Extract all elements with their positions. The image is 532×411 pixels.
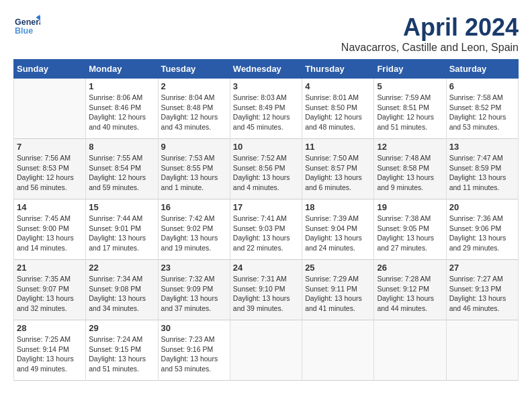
calendar-cell: 9Sunrise: 7:53 AMSunset: 8:55 PMDaylight… [158,139,230,199]
day-number: 7 [17,142,83,152]
day-number: 10 [233,142,299,152]
cell-content: Sunrise: 7:25 AMSunset: 9:14 PMDaylight:… [17,334,83,374]
logo-icon: General Blue [13,13,40,37]
calendar-cell: 19Sunrise: 7:38 AMSunset: 9:05 PMDayligh… [374,199,446,260]
cell-content: Sunrise: 8:04 AMSunset: 8:48 PMDaylight:… [161,93,227,132]
cell-content: Sunrise: 7:48 AMSunset: 8:58 PMDaylight:… [377,153,443,193]
calendar-cell: 13Sunrise: 7:47 AMSunset: 8:59 PMDayligh… [446,139,518,199]
page-header: General Blue April 2024 Navacarros, Cast… [13,13,519,54]
calendar-cell: 1Sunrise: 8:06 AMSunset: 8:46 PMDaylight… [86,79,158,139]
cell-content: Sunrise: 7:53 AMSunset: 8:55 PMDaylight:… [161,153,227,193]
cell-content: Sunrise: 7:45 AMSunset: 9:00 PMDaylight:… [17,214,83,253]
day-number: 22 [89,263,154,273]
day-number: 16 [161,202,227,212]
col-thursday: Thursday [302,60,374,79]
col-saturday: Saturday [446,60,518,79]
day-number: 2 [161,81,227,91]
cell-content: Sunrise: 8:03 AMSunset: 8:49 PMDaylight:… [233,93,299,132]
calendar-cell: 16Sunrise: 7:42 AMSunset: 9:02 PMDayligh… [158,199,230,260]
day-number: 30 [161,323,227,333]
day-number: 1 [89,81,154,91]
calendar-cell: 28Sunrise: 7:25 AMSunset: 9:14 PMDayligh… [14,320,86,381]
cell-content: Sunrise: 7:44 AMSunset: 9:01 PMDaylight:… [89,214,154,253]
cell-content: Sunrise: 7:28 AMSunset: 9:12 PMDaylight:… [377,274,443,314]
cell-content: Sunrise: 7:59 AMSunset: 8:51 PMDaylight:… [377,93,443,132]
calendar-cell: 6Sunrise: 7:58 AMSunset: 8:52 PMDaylight… [446,79,518,139]
calendar-cell: 20Sunrise: 7:36 AMSunset: 9:06 PMDayligh… [446,199,518,260]
calendar-cell: 3Sunrise: 8:03 AMSunset: 8:49 PMDaylight… [230,79,302,139]
header-row: Sunday Monday Tuesday Wednesday Thursday… [14,60,519,79]
day-number: 27 [449,263,515,273]
day-number: 8 [89,142,154,152]
cell-content: Sunrise: 7:23 AMSunset: 9:16 PMDaylight:… [161,334,227,374]
calendar-cell: 27Sunrise: 7:27 AMSunset: 9:13 PMDayligh… [446,260,518,320]
week-row-3: 14Sunrise: 7:45 AMSunset: 9:00 PMDayligh… [14,199,519,260]
day-number: 18 [305,202,371,212]
day-number: 13 [449,142,515,152]
cell-content: Sunrise: 7:52 AMSunset: 8:56 PMDaylight:… [233,153,299,193]
calendar-cell: 25Sunrise: 7:29 AMSunset: 9:11 PMDayligh… [302,260,374,320]
calendar-cell [230,320,302,381]
calendar-cell: 18Sunrise: 7:39 AMSunset: 9:04 PMDayligh… [302,199,374,260]
cell-content: Sunrise: 7:31 AMSunset: 9:10 PMDaylight:… [233,274,299,314]
calendar-cell: 23Sunrise: 7:32 AMSunset: 9:09 PMDayligh… [158,260,230,320]
cell-content: Sunrise: 7:50 AMSunset: 8:57 PMDaylight:… [305,153,371,193]
cell-content: Sunrise: 7:56 AMSunset: 8:53 PMDaylight:… [17,153,83,193]
cell-content: Sunrise: 7:36 AMSunset: 9:06 PMDaylight:… [449,214,515,253]
cell-content: Sunrise: 7:39 AMSunset: 9:04 PMDaylight:… [305,214,371,253]
calendar-cell [302,320,374,381]
week-row-4: 21Sunrise: 7:35 AMSunset: 9:07 PMDayligh… [14,260,519,320]
day-number: 9 [161,142,227,152]
col-tuesday: Tuesday [158,60,230,79]
day-number: 11 [305,142,371,152]
day-number: 5 [377,81,443,91]
day-number: 28 [17,323,83,333]
cell-content: Sunrise: 7:42 AMSunset: 9:02 PMDaylight:… [161,214,227,253]
col-friday: Friday [374,60,446,79]
page-title: April 2024 [341,13,519,42]
day-number: 21 [17,263,83,273]
day-number: 20 [449,202,515,212]
cell-content: Sunrise: 7:24 AMSunset: 9:15 PMDaylight:… [89,334,154,374]
day-number: 26 [377,263,443,273]
cell-content: Sunrise: 7:41 AMSunset: 9:03 PMDaylight:… [233,214,299,253]
calendar-table: Sunday Monday Tuesday Wednesday Thursday… [13,59,519,381]
calendar-cell: 22Sunrise: 7:34 AMSunset: 9:08 PMDayligh… [86,260,158,320]
cell-content: Sunrise: 8:06 AMSunset: 8:46 PMDaylight:… [89,93,154,132]
day-number: 6 [449,81,515,91]
cell-content: Sunrise: 8:01 AMSunset: 8:50 PMDaylight:… [305,93,371,132]
week-row-1: 1Sunrise: 8:06 AMSunset: 8:46 PMDaylight… [14,79,519,139]
day-number: 19 [377,202,443,212]
cell-content: Sunrise: 7:35 AMSunset: 9:07 PMDaylight:… [17,274,83,314]
cell-content: Sunrise: 7:55 AMSunset: 8:54 PMDaylight:… [89,153,154,193]
calendar-cell: 17Sunrise: 7:41 AMSunset: 9:03 PMDayligh… [230,199,302,260]
calendar-cell: 14Sunrise: 7:45 AMSunset: 9:00 PMDayligh… [14,199,86,260]
calendar-cell [374,320,446,381]
calendar-cell: 5Sunrise: 7:59 AMSunset: 8:51 PMDaylight… [374,79,446,139]
cell-content: Sunrise: 7:58 AMSunset: 8:52 PMDaylight:… [449,93,515,132]
week-row-2: 7Sunrise: 7:56 AMSunset: 8:53 PMDaylight… [14,139,519,199]
day-number: 24 [233,263,299,273]
calendar-cell: 12Sunrise: 7:48 AMSunset: 8:58 PMDayligh… [374,139,446,199]
logo: General Blue [13,13,40,37]
calendar-cell: 29Sunrise: 7:24 AMSunset: 9:15 PMDayligh… [86,320,158,381]
day-number: 12 [377,142,443,152]
cell-content: Sunrise: 7:32 AMSunset: 9:09 PMDaylight:… [161,274,227,314]
day-number: 3 [233,81,299,91]
calendar-cell: 24Sunrise: 7:31 AMSunset: 9:10 PMDayligh… [230,260,302,320]
calendar-cell [14,79,86,139]
svg-text:Blue: Blue [15,26,33,36]
cell-content: Sunrise: 7:29 AMSunset: 9:11 PMDaylight:… [305,274,371,314]
col-monday: Monday [86,60,158,79]
title-block: April 2024 Navacarros, Castille and Leon… [341,13,519,54]
page-subtitle: Navacarros, Castille and Leon, Spain [341,42,519,54]
calendar-cell: 15Sunrise: 7:44 AMSunset: 9:01 PMDayligh… [86,199,158,260]
calendar-cell: 26Sunrise: 7:28 AMSunset: 9:12 PMDayligh… [374,260,446,320]
calendar-cell: 7Sunrise: 7:56 AMSunset: 8:53 PMDaylight… [14,139,86,199]
calendar-cell: 2Sunrise: 8:04 AMSunset: 8:48 PMDaylight… [158,79,230,139]
col-sunday: Sunday [14,60,86,79]
day-number: 14 [17,202,83,212]
cell-content: Sunrise: 7:27 AMSunset: 9:13 PMDaylight:… [449,274,515,314]
calendar-cell: 21Sunrise: 7:35 AMSunset: 9:07 PMDayligh… [14,260,86,320]
calendar-cell: 30Sunrise: 7:23 AMSunset: 9:16 PMDayligh… [158,320,230,381]
